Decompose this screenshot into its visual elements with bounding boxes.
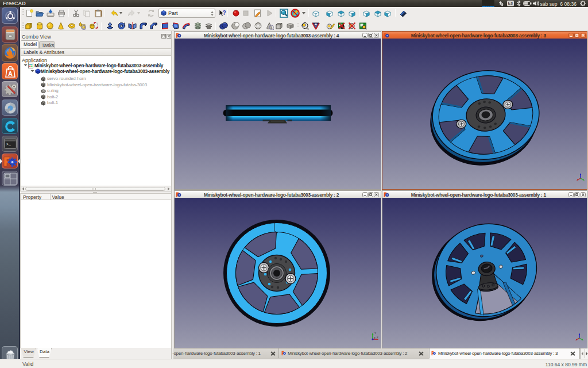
svg-text:>_: >_ (6, 143, 11, 147)
svg-text:x: x (377, 335, 378, 339)
svg-text:Y: Y (374, 331, 377, 335)
svg-text:?: ? (223, 10, 226, 16)
svg-text:z: z (374, 336, 376, 339)
svg-text:A: A (8, 70, 13, 77)
